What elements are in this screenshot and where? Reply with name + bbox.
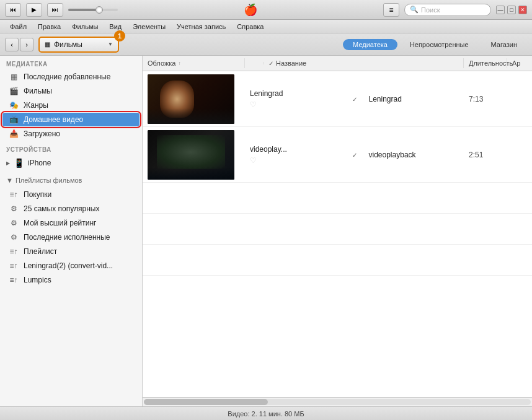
sidebar-section-devices: Устройства — [0, 141, 142, 155]
grid-icon: ▦ — [9, 72, 19, 81]
duration-header-label: Длительность — [469, 59, 513, 67]
sidebar-item-lumpics[interactable]: ≡↑ Lumpics — [2, 273, 140, 287]
playlists-section-label: Плейлисты фильмов — [16, 177, 82, 184]
sidebar-item-label-recent: Последние добавленные — [24, 72, 133, 81]
sidebar-item-genres[interactable]: 🎭 Жанры — [2, 98, 140, 112]
check-icon: ✓ — [268, 60, 273, 67]
gear-recent-icon: ⚙ — [9, 233, 19, 242]
menu-movies[interactable]: Фильмы — [67, 22, 103, 32]
table-content: Leningrad ♡ ✓ Leningrad 7:13 video — [143, 71, 532, 397]
table-header: Обложка ↑ ✓ Название Длительность Ар — [143, 56, 532, 71]
category-dropdown[interactable]: ▦ Фильмы ▼ — [38, 37, 119, 53]
apple-logo-icon: 🍎 — [244, 3, 257, 17]
library-menu-button[interactable]: ≡ — [383, 3, 399, 17]
menu-bar: Файл Правка Фильмы Вид Элементы Учетная … — [0, 20, 532, 33]
gear-top25-icon: ⚙ — [9, 204, 19, 213]
nav-arrows: ‹ › — [5, 38, 33, 51]
dropdown-label: Фильмы — [54, 40, 108, 49]
nav-forward-button[interactable]: › — [20, 38, 33, 51]
sidebar-item-iphone[interactable]: ▶ 📱 iPhone — [0, 155, 142, 171]
sidebar-item-label-lumpics: Lumpics — [24, 276, 133, 284]
search-icon: 🔍 — [410, 6, 419, 14]
iphone-label: iPhone — [28, 159, 51, 167]
th-duration[interactable]: Длительность — [464, 58, 507, 68]
sidebar-item-playlist[interactable]: ≡↑ Плейлист — [2, 245, 140, 258]
cell-cover-video — [143, 128, 245, 182]
sidebar-item-label-recent-played: Последние исполненные — [24, 233, 133, 242]
video-heart-icon[interactable]: ♡ — [250, 156, 340, 165]
sidebar-item-recent[interactable]: ▦ Последние добавленные — [2, 70, 140, 84]
play-button[interactable]: ▶ — [26, 3, 42, 17]
chevron-down-playlists-icon: ▼ — [6, 177, 13, 184]
sidebar-item-label-playlist: Плейлист — [24, 247, 133, 256]
window-controls: — □ ✕ — [496, 6, 527, 14]
nav-back-button[interactable]: ‹ — [5, 38, 19, 51]
playlist-purchases-icon: ≡↑ — [9, 190, 19, 199]
table-row-empty-1 — [143, 183, 532, 214]
close-button[interactable]: ✕ — [518, 6, 527, 14]
th-title[interactable]: ✓ Название — [264, 58, 464, 68]
tab-store[interactable]: Магазин — [481, 39, 527, 50]
sidebar-item-home-video[interactable]: 📺 Домашнее видео — [2, 113, 140, 126]
phone-icon: 📱 — [14, 158, 24, 168]
cell-duration-video: 2:51 — [464, 148, 507, 162]
volume-slider[interactable] — [68, 9, 118, 11]
sidebar-item-recent-played[interactable]: ⚙ Последние исполненные — [2, 230, 140, 244]
sidebar-item-downloaded[interactable]: 📥 Загружено — [2, 127, 140, 141]
expand-icon: ▶ — [6, 160, 10, 166]
sidebar-item-movies[interactable]: 🎬 Фильмы — [2, 84, 140, 98]
list-icon: ≡ — [389, 6, 393, 14]
content-area: Обложка ↑ ✓ Название Длительность Ар — [143, 56, 532, 406]
sidebar-item-label-movies: Фильмы — [24, 87, 133, 95]
playlist-section-header[interactable]: ▼ Плейлисты фильмов — [0, 173, 142, 187]
minimize-button[interactable]: — — [496, 6, 505, 14]
search-box[interactable]: 🔍 Поиск — [404, 4, 491, 16]
menu-items[interactable]: Элементы — [128, 22, 171, 32]
search-placeholder: Поиск — [421, 6, 440, 14]
sort-arrow-icon: ↑ — [178, 61, 180, 66]
menu-file[interactable]: Файл — [5, 22, 32, 32]
menu-help[interactable]: Справка — [232, 22, 268, 32]
playlist-icon: ≡↑ — [9, 247, 19, 256]
th-cover[interactable]: Обложка ↑ — [143, 58, 245, 68]
cell-name-leningrad: Leningrad ♡ — [245, 87, 345, 112]
sidebar-item-top25[interactable]: ⚙ 25 самых популярных — [2, 202, 140, 216]
horizontal-scrollbar[interactable] — [143, 397, 532, 406]
tab-bar: Медиатека Непросмотренные Магазин — [343, 37, 527, 53]
video-title-short: videoplay... — [250, 145, 340, 154]
cell-duration-leningrad: 7:13 — [464, 92, 507, 106]
sidebar-item-purchases[interactable]: ≡↑ Покупки — [2, 188, 140, 201]
title-header-label: Название — [276, 59, 306, 67]
cover-header-label: Обложка — [148, 59, 175, 67]
sidebar-item-label-leningrad2: Leningrad(2) (convert-vid... — [24, 261, 133, 270]
fastforward-button[interactable]: ⏭ — [47, 3, 63, 17]
playlist-leningrad-icon: ≡↑ — [9, 261, 19, 270]
cell-check-video: ✓ — [345, 148, 364, 162]
menu-view[interactable]: Вид — [104, 22, 126, 32]
sidebar-item-leningrad2[interactable]: ≡↑ Leningrad(2) (convert-vid... — [2, 259, 140, 273]
maximize-button[interactable]: □ — [507, 6, 516, 14]
title-bar-left: ⏮ ▶ ⏭ — [5, 3, 118, 17]
tab-unwatched[interactable]: Непросмотренные — [400, 39, 479, 50]
tab-library[interactable]: Медиатека — [343, 39, 397, 50]
status-bar: Видео: 2. 11 мин. 80 МБ — [0, 406, 532, 420]
sidebar-item-toprated[interactable]: ⚙ Мой высший рейтинг — [2, 216, 140, 230]
menu-account[interactable]: Учетная запись — [172, 22, 231, 32]
tv-icon: 📺 — [9, 115, 19, 124]
sidebar-item-label-toprated: Мой высший рейтинг — [24, 219, 133, 227]
cell-extra-leningrad — [507, 97, 532, 102]
rewind-button[interactable]: ⏮ — [5, 3, 21, 17]
leningrad-heart-icon[interactable]: ♡ — [250, 100, 340, 109]
cell-check-leningrad: ✓ — [345, 92, 364, 106]
playlist-lumpics-icon: ≡↑ — [9, 276, 19, 284]
table-row[interactable]: videoplay... ♡ ✓ videoplayback 2:51 — [143, 127, 532, 183]
table-row-empty-2 — [143, 214, 532, 245]
sidebar-item-label-downloaded: Загружено — [24, 129, 133, 138]
video-thumbnail-videoplayback — [148, 130, 234, 180]
sidebar-item-label-genres: Жанры — [24, 101, 133, 110]
sidebar-item-label-purchases: Покупки — [24, 190, 133, 199]
gear-toprated-icon: ⚙ — [9, 219, 19, 227]
menu-edit[interactable]: Правка — [33, 22, 66, 32]
check-mark-video: ✓ — [352, 152, 357, 159]
table-row[interactable]: Leningrad ♡ ✓ Leningrad 7:13 — [143, 71, 532, 127]
